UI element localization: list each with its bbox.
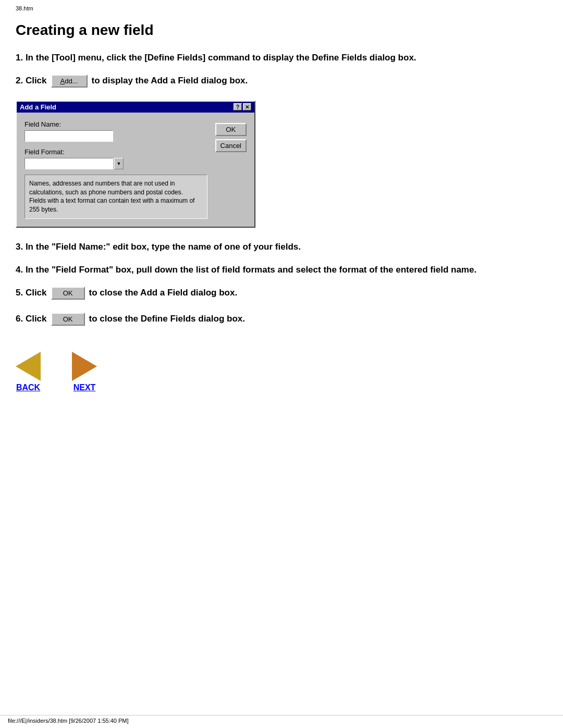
field-format-input[interactable]: Text (25, 158, 113, 169)
add-a-field-dialog: Add a Field ? ✕ Field Name: Field Format… (16, 101, 255, 228)
dialog-title-controls: ? ✕ (234, 103, 251, 110)
add-button[interactable]: Add... (51, 75, 88, 88)
step-6-ok-button[interactable]: OK (51, 313, 85, 326)
next-arrow-icon[interactable] (72, 352, 97, 381)
navigation: BACK NEXT (16, 352, 547, 392)
dialog-title-text: Add a Field (20, 103, 56, 111)
step-3: 3. In the "Field Name:" edit box, type t… (16, 241, 547, 253)
field-name-label: Field Name: (25, 120, 207, 128)
field-name-input[interactable] (25, 130, 113, 142)
step-6-prefix: 6. Click (16, 314, 47, 324)
status-bar: file:///E|/insiders/38.htm [9/26/2007 1:… (0, 715, 563, 724)
step-1: 1. In the [Tool] menu, click the [Define… (16, 52, 547, 64)
step-5-suffix: to close the Add a Field dialog box. (89, 288, 238, 298)
back-arrow-icon[interactable] (16, 352, 41, 381)
back-link[interactable]: BACK (16, 383, 40, 392)
field-format-label: Field Format: (25, 148, 207, 156)
dialog-titlebar: Add a Field ? ✕ (17, 102, 254, 113)
dialog-help-button[interactable]: ? (234, 103, 242, 110)
dialog-cancel-button[interactable]: Cancel (215, 139, 247, 152)
next-nav: NEXT (72, 352, 97, 392)
back-nav: BACK (16, 352, 41, 392)
browser-tab: 38.htm (16, 5, 547, 11)
next-link[interactable]: NEXT (74, 383, 96, 392)
step-6-suffix: to close the Define Fields dialog box. (89, 314, 245, 324)
step-2-suffix: to display the Add a Field dialog box. (92, 76, 248, 86)
step-5-prefix: 5. Click (16, 288, 47, 298)
field-format-select-wrap: Text ▼ (25, 158, 207, 169)
field-format-dropdown-arrow[interactable]: ▼ (114, 158, 124, 169)
step-5-ok-button[interactable]: OK (51, 287, 85, 300)
step-2-prefix: 2. Click (16, 76, 47, 86)
step-4: 4. In the "Field Format" box, pull down … (16, 264, 547, 276)
page-title: Creating a new field (16, 22, 547, 39)
field-description: Names, addresses and numbers that are no… (25, 175, 207, 219)
dialog-ok-button[interactable]: OK (215, 123, 247, 136)
step-6: 6. Click OK to close the Define Fields d… (16, 313, 547, 326)
step-5: 5. Click OK to close the Add a Field dia… (16, 287, 547, 300)
step-2: 2. Click Add... to display the Add a Fie… (16, 75, 547, 88)
dialog-close-button[interactable]: ✕ (243, 103, 251, 110)
